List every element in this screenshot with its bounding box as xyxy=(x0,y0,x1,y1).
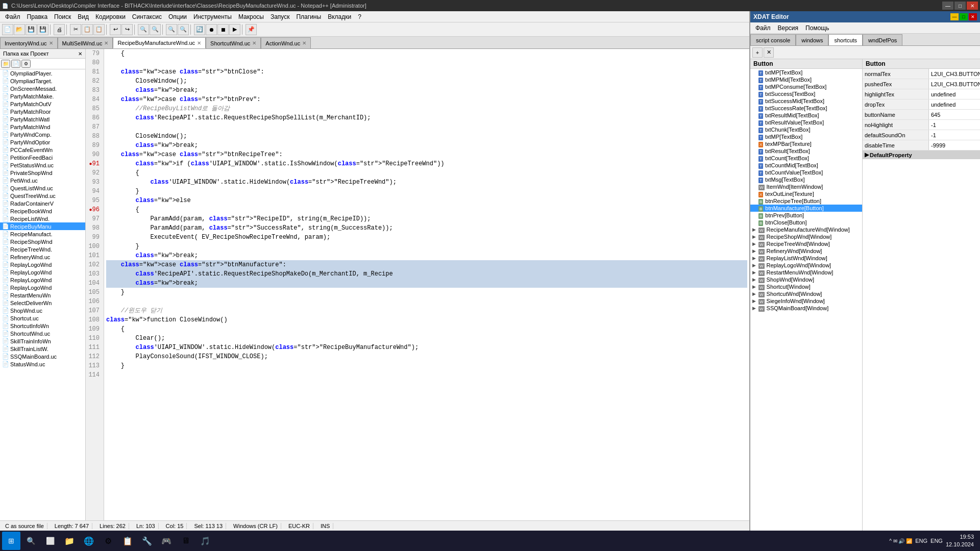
tab-actionwnd[interactable]: ActionWnd.uc ✕ xyxy=(261,37,311,48)
tab-inventorywnd[interactable]: InventoryWnd.uc ✕ xyxy=(0,37,58,48)
xdat-menu-file[interactable]: Файл xyxy=(752,23,774,33)
file-tree-item[interactable]: 📄RecipeShopWnd xyxy=(0,238,85,245)
code-line[interactable]: } xyxy=(106,187,747,196)
file-tree-item[interactable]: 📄OnScreenMessad. xyxy=(0,85,85,92)
comp-tree-item[interactable]: XtexOutLine[Texture] xyxy=(750,190,862,197)
toolbar-mark[interactable]: 📌 xyxy=(246,24,257,35)
props-section-default[interactable]: ▶ DefaultProperty xyxy=(863,151,980,159)
comp-tree-item[interactable]: ▶WRecipeTreeWnd[Window] xyxy=(750,240,862,247)
code-line[interactable]: Clear(); xyxy=(106,334,747,343)
file-tree-item[interactable]: 📄PartyMatchWnd xyxy=(0,123,85,131)
comp-tree-item[interactable]: TtxtMsg[TextBox] xyxy=(750,176,862,183)
toolbar-zoom-out[interactable]: 🔍 xyxy=(178,24,189,35)
file-tree-close[interactable]: ✕ xyxy=(78,51,82,57)
code-line[interactable]: { xyxy=(106,49,747,58)
comp-tree-item[interactable]: ▶WShortcutWnd[Window] xyxy=(750,290,862,297)
chrome-icon[interactable]: 🌐 xyxy=(80,532,98,550)
code-line[interactable]: class'RecipeAPI'.static.RequestRecipeSho… xyxy=(106,113,747,122)
comp-tree-item[interactable]: TtxtMPConsume[TextBox] xyxy=(750,83,862,90)
code-line[interactable]: ParamAdd(param, class="str">"RecipeID", … xyxy=(106,214,747,223)
xdat-remove-btn[interactable]: ✕ xyxy=(764,47,774,58)
file-tree-item[interactable]: 📄PetStatusWnd.uc xyxy=(0,161,85,169)
comp-tree-item[interactable]: ▶WRefineryWnd[Window] xyxy=(750,247,862,255)
comp-tree-item[interactable]: BbtnClose[Button] xyxy=(750,219,862,226)
file-tree-item[interactable]: 📄RestartMenuWn xyxy=(0,291,85,299)
code-line[interactable]: //RecipeBuyListWnd로 돌아감 xyxy=(106,104,747,113)
file-tree-item[interactable]: 📄PCCafeEventWn xyxy=(0,146,85,154)
file-tree-item[interactable]: 📄PartyMatchRoor xyxy=(0,108,85,115)
menu-tabs[interactable]: Вкладки xyxy=(325,12,354,21)
tab-close[interactable]: ✕ xyxy=(302,40,306,46)
code-line[interactable]: { xyxy=(106,205,747,214)
props-value[interactable]: L2UI_CH3.BUTTON.Btn1_normal xyxy=(929,69,980,79)
clock[interactable]: 19:53 12.10.2024 xyxy=(946,533,974,549)
comp-tree-item[interactable]: TtxtSuccessMid[TextBox] xyxy=(750,97,862,105)
file-tree-item[interactable]: 📄PartyMatchWatl xyxy=(0,115,85,123)
code-line[interactable]: class="kw">break; xyxy=(106,279,747,288)
code-line[interactable]: { xyxy=(106,168,747,178)
tab-close[interactable]: ✕ xyxy=(49,40,53,46)
explorer-icon[interactable]: 📁 xyxy=(60,532,79,550)
file-tree-item[interactable]: 📄SSQMainBoard.uc xyxy=(0,353,85,360)
props-value[interactable]: -1 xyxy=(929,120,980,130)
props-value[interactable]: L2UI_CH3.BUTTON.Btn1_normalOn xyxy=(929,79,980,89)
comp-tree-item[interactable]: BbtnManufacture[Button] xyxy=(750,205,862,212)
file-tree-item[interactable]: 📄PrivateShopWnd xyxy=(0,169,85,177)
code-line[interactable]: class'RecipeAPI'.static.RequestRecipeSho… xyxy=(106,269,747,279)
file-tree-item[interactable]: 📄ReplayLogoWnd xyxy=(0,268,85,276)
code-line[interactable]: ParamAdd(param, class="str">"SuccessRate… xyxy=(106,223,747,233)
toolbar-sync[interactable]: 🔄 xyxy=(194,24,205,35)
toolbar-paste[interactable]: 📋 xyxy=(93,24,105,35)
code-line[interactable]: class="kw">if (class'UIAPI_WINDOW'.stati… xyxy=(106,159,747,168)
toolbar-cut[interactable]: ✂ xyxy=(70,24,81,35)
toolbar-zoom-in[interactable]: 🔍 xyxy=(166,24,177,35)
app-icon-2[interactable]: 📋 xyxy=(118,532,137,550)
maximize-btn[interactable]: □ xyxy=(954,2,966,10)
file-tree-item[interactable]: 📄ShortcutWnd.uc xyxy=(0,330,85,337)
file-tree-item[interactable]: 📄PetWnd.uc xyxy=(0,177,85,184)
toolbar-undo[interactable]: ↩ xyxy=(110,24,121,35)
props-value[interactable]: undefined xyxy=(929,89,980,99)
comp-tree-item[interactable]: TtxtCountValue[TextBox] xyxy=(750,169,862,176)
comp-tree-item[interactable]: TtxtChunk[TextBox] xyxy=(750,126,862,133)
filetree-btn3[interactable]: ⚙ xyxy=(21,60,31,68)
code-line[interactable]: class="kw">case class="str">"btnRecipeTr… xyxy=(106,150,747,159)
comp-tree-item[interactable]: TtxtMP[TextBox] xyxy=(750,69,862,76)
xdat-close[interactable]: ✕ xyxy=(969,13,977,20)
menu-run[interactable]: Запуск xyxy=(267,12,293,21)
file-tree-item[interactable]: 📄PetitionFeedBaci xyxy=(0,154,85,161)
code-line[interactable] xyxy=(106,297,747,306)
comp-tree-item[interactable]: TtxtCountMid[TextBox] xyxy=(750,162,862,169)
app-icon-4[interactable]: 🎮 xyxy=(157,532,176,550)
code-line[interactable]: class="kw">break; xyxy=(106,251,747,260)
file-tree-item[interactable]: 📄QuestTreeWnd.uc xyxy=(0,192,85,199)
code-line[interactable]: class="kw">break; xyxy=(106,86,747,95)
file-tree-item[interactable]: 📄ShortcutInfoWn xyxy=(0,322,85,330)
comp-tree-item[interactable]: BbtnRecipeTree[Button] xyxy=(750,197,862,205)
comp-tree-item[interactable]: ▶WReplayLogoWnd[Window] xyxy=(750,262,862,269)
filetree-btn2[interactable]: 📄 xyxy=(11,60,20,68)
file-tree-item[interactable]: 📄RecipeListWnd. xyxy=(0,215,85,222)
file-tree-item[interactable]: 📄RadarContainerV xyxy=(0,199,85,207)
code-line[interactable]: class="kw">break; xyxy=(106,141,747,150)
toolbar-copy[interactable]: 📋 xyxy=(82,24,93,35)
file-tree-item[interactable]: 📄RecipeTreeWnd. xyxy=(0,245,85,253)
file-tree-item[interactable]: 📄ShopWnd.uc xyxy=(0,307,85,314)
xdat-tab-console[interactable]: script console xyxy=(750,34,796,45)
code-line[interactable]: class="kw">function CloseWindow() xyxy=(106,315,747,324)
xdat-title-controls[interactable]: — □ ✕ xyxy=(950,13,977,20)
comp-tree-item[interactable]: BbtnPrev[Button] xyxy=(750,212,862,219)
file-tree-item[interactable]: 📄QuestListWnd.uc xyxy=(0,184,85,192)
menu-macros[interactable]: Макросы xyxy=(235,12,267,21)
menu-view[interactable]: Вид xyxy=(75,12,92,21)
code-line[interactable] xyxy=(106,370,747,380)
toolbar-play[interactable]: ▶ xyxy=(229,24,240,35)
code-line[interactable]: PlayConsoleSound(IFST_WINDOW_CLOSE); xyxy=(106,352,747,361)
menu-plugins[interactable]: Плагины xyxy=(293,12,324,21)
tab-close[interactable]: ✕ xyxy=(252,40,256,46)
code-lines[interactable]: { class="kw">case class="str">"btnClose"… xyxy=(104,49,749,520)
taskview-btn[interactable]: ⬜ xyxy=(41,532,59,550)
file-tree-item[interactable]: 📄OlympliadPlayer. xyxy=(0,69,85,77)
xdat-menu-help[interactable]: Помощь xyxy=(802,23,832,33)
file-tree-item[interactable]: 📄SelectDeliverWn xyxy=(0,299,85,307)
